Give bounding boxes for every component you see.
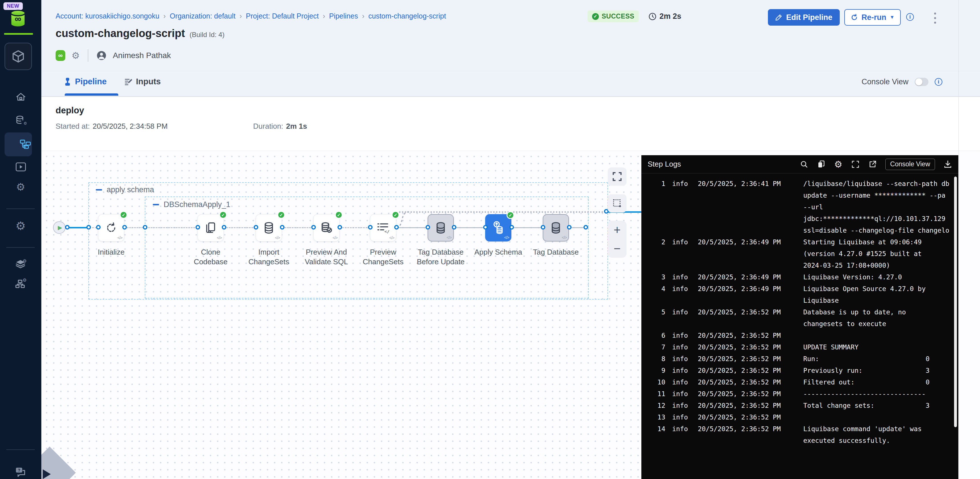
step-node-apply-schema-selected[interactable]: ✓ </> (485, 214, 511, 241)
connection-point[interactable] (337, 225, 342, 230)
collapse-icon[interactable] (96, 189, 102, 190)
sidebar-item-executions[interactable] (0, 161, 41, 173)
download-logs-button[interactable] (943, 160, 952, 168)
connection-point[interactable] (86, 225, 91, 230)
breadcrumb-organization[interactable]: Organization: default (170, 12, 235, 20)
fit-to-screen-button[interactable] (608, 167, 627, 186)
breadcrumb-project[interactable]: Project: Default Project (246, 12, 319, 20)
connector (339, 227, 370, 228)
connection-point[interactable] (96, 225, 100, 230)
connection-point[interactable] (196, 225, 200, 230)
breadcrumb-current-pipeline[interactable]: custom-changelog-script (368, 12, 446, 20)
connection-point[interactable] (65, 225, 70, 230)
breadcrumb-account[interactable]: Account: kurosakiichigo.songoku (56, 12, 159, 20)
info-icon[interactable]: i (935, 78, 942, 86)
log-entry: 3info20/5/2025, 2:36:49 PM Liquibase Ver… (641, 271, 958, 283)
step-logs-panel: Step Logs ⚙ (641, 155, 958, 479)
connection-point[interactable] (452, 225, 457, 230)
connection-point[interactable] (368, 225, 372, 230)
fullscreen-icon (612, 172, 622, 181)
info-icon[interactable]: i (906, 13, 914, 21)
success-check-icon: ✓ (506, 211, 514, 219)
step-label[interactable]: Clone Codebase (184, 247, 238, 266)
more-options-menu[interactable] (933, 11, 937, 25)
sidebar-item-db-devops[interactable]: ⚙ (0, 114, 41, 127)
pipeline-start-node[interactable]: ▶ (53, 221, 65, 234)
connector (511, 227, 543, 228)
zoom-out-button[interactable]: − (614, 243, 621, 255)
step-node-tag-database[interactable]: </> (543, 214, 569, 241)
log-entry: 5info20/5/2025, 2:36:52 PM Database is u… (641, 306, 958, 330)
connection-point[interactable] (426, 225, 430, 230)
harness-dbops-logo[interactable]: ∞ (8, 10, 27, 27)
collapse-icon[interactable] (153, 204, 159, 205)
connection-point[interactable] (584, 225, 588, 230)
zoom-in-button[interactable]: + (614, 224, 621, 236)
logs-scrollbar[interactable] (954, 176, 957, 427)
step-node-initialize[interactable]: ✓ </> (98, 214, 124, 241)
app-window: NEW ∞ (0, 0, 980, 479)
selection-mode-button[interactable] (608, 194, 627, 213)
region-label-dbschemaapply[interactable]: DBSchemaApply_1 (153, 200, 230, 209)
step-label[interactable]: Preview ChangeSets (356, 247, 410, 266)
sidebar-item-home[interactable] (0, 91, 41, 103)
trigger-author[interactable]: Animesh Pathak (113, 51, 171, 60)
connection-point[interactable] (143, 225, 147, 230)
expand-handle-icon[interactable] (43, 469, 51, 479)
region-label-apply-schema[interactable]: apply schema (96, 186, 154, 194)
step-node-preview-changesets[interactable]: </> ✓ </> (370, 214, 396, 241)
sidebar-item-project-settings[interactable]: ⚙ (0, 220, 41, 232)
connection-point[interactable] (311, 225, 316, 230)
console-view-toggle[interactable] (915, 78, 928, 86)
log-output[interactable]: 1info20/5/2025, 2:36:41 PM /liquibase/li… (641, 178, 958, 479)
log-settings-button[interactable]: ⚙ (834, 160, 843, 168)
breadcrumb-pipelines[interactable]: Pipelines (329, 12, 358, 20)
logs-console-view-button[interactable]: Console View (885, 159, 935, 170)
step-label[interactable]: Preview And Validate SQL (299, 247, 353, 266)
step-label[interactable]: Tag Database Before Update (414, 247, 468, 266)
step-label[interactable]: Import ChangeSets (242, 247, 296, 266)
rerun-button[interactable]: Re-run ▼ (844, 9, 901, 25)
elapsed-time: 2m 2s (649, 12, 681, 21)
step-label[interactable]: Apply Schema (471, 247, 525, 257)
connection-point[interactable] (280, 225, 285, 230)
database-check-icon (320, 221, 333, 235)
step-label[interactable]: Tag Database (529, 247, 583, 257)
sidebar-item-account-resources[interactable]: ⚙ (0, 277, 41, 290)
connection-point[interactable] (483, 225, 488, 230)
edit-pipeline-button[interactable]: Edit Pipeline (768, 9, 840, 25)
connector (146, 227, 197, 228)
zoom-controls: + − (608, 221, 627, 258)
step-node-tag-database-before-update[interactable]: </> (428, 214, 454, 241)
search-logs-button[interactable] (800, 160, 808, 168)
tab-pipeline[interactable]: Pipeline (64, 77, 107, 86)
fullscreen-logs-button[interactable] (851, 160, 860, 168)
connection-point[interactable] (394, 225, 399, 230)
step-node-clone-codebase[interactable]: ✓ </> (197, 214, 224, 241)
connection-point[interactable] (222, 225, 226, 230)
nav-divider (6, 208, 35, 209)
tab-inputs[interactable]: Inputs (124, 77, 161, 86)
pipeline-settings-icon[interactable]: ⚙ (72, 51, 80, 60)
svg-text:</>: </> (385, 229, 390, 234)
step-node-preview-validate-sql[interactable]: ✓ </> (313, 214, 339, 241)
connection-point[interactable] (122, 225, 127, 230)
rerun-icon (851, 14, 858, 21)
connection-point[interactable] (541, 225, 545, 230)
sidebar-item-help[interactable]: ? (0, 465, 41, 479)
connection-point[interactable] (254, 225, 258, 230)
log-entry: 9info20/5/2025, 2:36:52 PM Previously ru… (641, 365, 958, 376)
sidebar-item-org-resources[interactable]: ⚙ (0, 258, 41, 271)
sidebar-module-switcher[interactable] (5, 43, 32, 70)
search-icon (800, 160, 808, 168)
connection-point[interactable] (509, 225, 514, 230)
sidebar-item-pipelines-active[interactable] (5, 132, 32, 156)
copy-logs-button[interactable] (817, 160, 826, 168)
step-node-import-changesets[interactable]: ✓ </> (256, 214, 282, 241)
open-in-new-button[interactable] (868, 160, 877, 168)
step-label[interactable]: Initialize (84, 247, 138, 257)
database-upload-icon (491, 221, 505, 235)
sidebar-item-triggers[interactable]: ⚙ (0, 181, 41, 193)
connection-point[interactable] (567, 225, 571, 230)
nav-accent-rule (4, 33, 33, 35)
